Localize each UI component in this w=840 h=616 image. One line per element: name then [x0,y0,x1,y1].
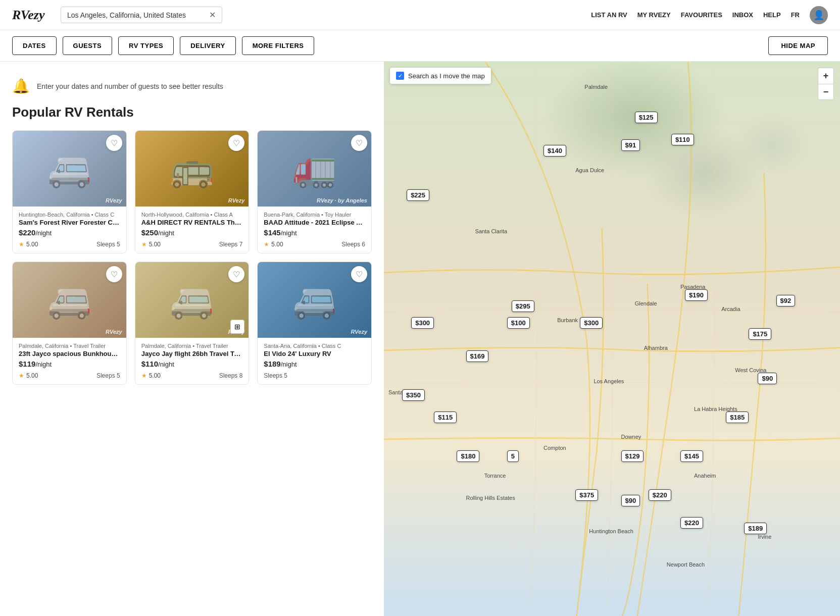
search-bar[interactable]: ✕ [61,7,222,23]
table-row[interactable]: 🚐 RVezy ♡ Palmdale, California • Travel … [12,262,127,385]
favourite-button-4[interactable]: ♡ [106,266,122,282]
price-marker[interactable]: $300 [580,317,603,329]
info-banner-text: Enter your dates and number of guests to… [37,82,223,90]
price-marker[interactable]: $220 [680,517,703,529]
sleeps-4: Sleeps 5 [96,372,120,379]
price-marker[interactable]: $125 [635,112,658,123]
price-marker[interactable]: $90 [758,373,777,384]
price-marker[interactable]: $295 [512,300,534,312]
dates-button[interactable]: DATES [12,36,57,55]
price-marker[interactable]: $225 [407,189,429,201]
search-as-move-label: Search as I move the map [408,72,485,80]
roads-svg [384,62,840,616]
avatar[interactable]: 👤 [810,6,828,24]
zoom-out-button[interactable]: − [818,84,834,100]
table-row[interactable]: 🚐 RVezy ♡ Santa-Ana, California • Class … [257,262,372,385]
card-image-3: 🚛 RVezy · by Angeles ♡ [258,131,371,207]
card-location-2: North-Hollywood, California • Class A [141,212,243,218]
add-icon-button-5[interactable]: ⊞ [230,320,244,334]
nav-inbox[interactable]: INBOX [732,11,753,19]
card-body-6: Santa-Ana, California • Class C El Vido … [258,338,371,384]
card-price-3: $145/night [264,228,365,237]
card-title-6: El Vido 24' Luxury RV [264,350,365,357]
logo[interactable]: RVezy [12,8,53,23]
rating-4: ★ 5.00 [19,372,38,379]
card-footer-6: Sleeps 5 [264,372,365,379]
price-marker[interactable]: $175 [749,328,771,340]
price-marker[interactable]: $185 [726,412,749,423]
watermark-6: RVezy [351,329,367,335]
header-nav: LIST AN RV MY RVEZY FAVOURITES INBOX HEL… [591,6,828,24]
price-marker[interactable]: $92 [776,295,796,306]
price-marker[interactable]: $110 [671,134,694,145]
table-row[interactable]: 🚌 RVezy ♡ North-Hollywood, California • … [135,130,250,253]
card-image-5: 🚐 RVezy ♡ ⊞ [135,262,249,338]
search-input[interactable] [67,11,205,19]
nav-help[interactable]: HELP [763,11,781,19]
map-panel[interactable]: ✓ Search as I move the map + − $125$140$… [384,62,840,616]
card-image-6: 🚐 RVezy ♡ [258,262,371,338]
nav-my-rvezy[interactable]: MY RVEZY [637,11,671,19]
watermark-2: RVezy [228,197,245,203]
price-marker[interactable]: 5 [507,450,519,462]
price-marker[interactable]: $189 [744,523,767,534]
info-banner: 🔔 Enter your dates and number of guests … [12,74,372,105]
price-marker[interactable]: $350 [402,389,425,401]
table-row[interactable]: 🚛 RVezy · by Angeles ♡ Buena-Park, Calif… [257,130,372,253]
favourite-button-3[interactable]: ♡ [351,135,367,151]
favourite-button-1[interactable]: ♡ [106,135,122,151]
price-marker[interactable]: $129 [621,450,644,462]
sleeps-1: Sleeps 5 [96,241,120,248]
price-marker[interactable]: $100 [507,317,530,329]
guests-button[interactable]: GUESTS [63,36,112,55]
card-title-1: Sam's Forest River Forester Class C [19,219,120,226]
cards-grid: 🚐 RVezy ♡ Huntington-Beach, California •… [12,130,372,385]
search-checkbox[interactable]: ✓ [396,72,404,80]
rating-5: ★ 5.00 [141,372,161,379]
nav-list-rv[interactable]: LIST AN RV [591,11,627,19]
delivery-button[interactable]: DELIVERY [180,36,236,55]
table-row[interactable]: 🚐 RVezy ♡ ⊞ Palmdale, California • Trave… [135,262,250,385]
card-footer-3: ★ 5.00 Sleeps 6 [264,241,365,248]
price-marker[interactable]: $90 [621,495,640,506]
card-location-5: Palmdale, California • Travel Trailer [141,343,243,349]
zoom-in-button[interactable]: + [818,68,834,84]
rv-types-button[interactable]: RV TYPES [118,36,174,55]
table-row[interactable]: 🚐 RVezy ♡ Huntington-Beach, California •… [12,130,127,253]
card-footer-5: ★ 5.00 Sleeps 8 [141,372,243,379]
card-body-2: North-Hollywood, California • Class A A&… [135,207,249,253]
price-marker[interactable]: $220 [649,489,671,501]
rating-3: ★ 5.00 [264,241,283,248]
sleeps-2: Sleeps 7 [219,241,243,248]
nav-fr[interactable]: FR [791,11,800,19]
price-marker[interactable]: $375 [575,489,598,501]
rating-1: ★ 5.00 [19,241,38,248]
watermark-4: RVezy [106,329,122,335]
nav-favourites[interactable]: FAVOURITES [681,11,722,19]
filter-bar: DATES GUESTS RV TYPES DELIVERY MORE FILT… [0,30,840,62]
price-marker[interactable]: $140 [543,145,566,157]
clear-icon[interactable]: ✕ [209,10,216,20]
price-marker[interactable]: $300 [411,317,434,329]
price-marker[interactable]: $169 [466,350,489,362]
card-location-4: Palmdale, California • Travel Trailer [19,343,120,349]
sleeps-5: Sleeps 8 [219,372,243,379]
card-footer-2: ★ 5.00 Sleeps 7 [141,241,243,248]
card-image-1: 🚐 RVezy ♡ [13,131,126,207]
more-filters-button[interactable]: MORE FILTERS [242,36,315,55]
card-title-5: Jayco Jay flight 26bh Travel Trailer [141,350,243,357]
card-location-6: Santa-Ana, California • Class C [264,343,365,349]
bell-icon: 🔔 [12,78,30,94]
favourite-button-6[interactable]: ♡ [351,266,367,282]
search-as-move-control[interactable]: ✓ Search as I move the map [390,68,491,84]
card-body-4: Palmdale, California • Travel Trailer 23… [13,338,126,384]
card-image-4: 🚐 RVezy ♡ [13,262,126,338]
sleeps-6: Sleeps 5 [264,372,287,379]
card-footer-1: ★ 5.00 Sleeps 5 [19,241,120,248]
price-marker[interactable]: $190 [685,289,708,301]
price-marker[interactable]: $180 [457,450,479,462]
price-marker[interactable]: $115 [434,412,457,423]
hide-map-button[interactable]: HIDE MAP [768,36,828,55]
price-marker[interactable]: $145 [680,450,703,462]
price-marker[interactable]: $91 [621,139,640,151]
